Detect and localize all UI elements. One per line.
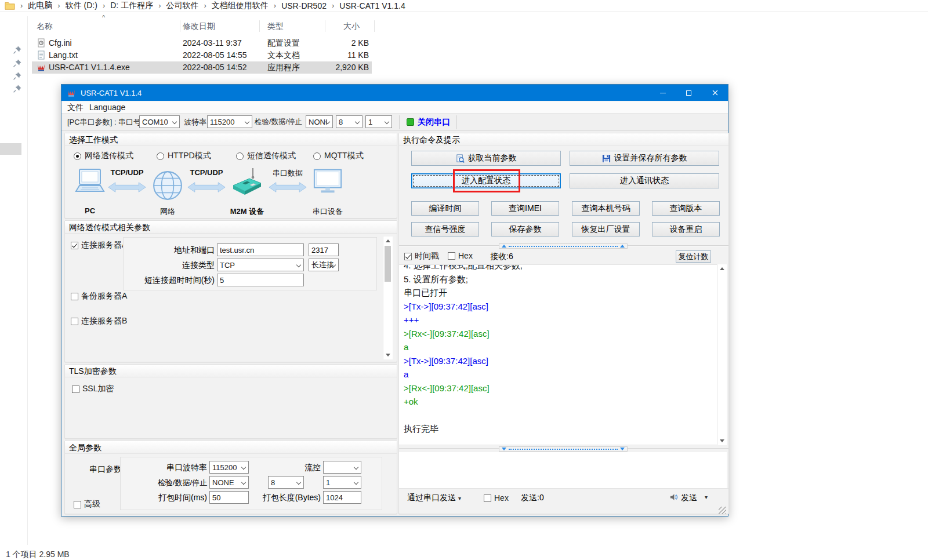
file-type: 文本文档 <box>267 49 300 61</box>
node-label: PC <box>72 206 107 215</box>
flow-control-select[interactable] <box>323 461 361 474</box>
dropdown-arrow-icon <box>172 119 177 124</box>
breadcrumb-chevron-icon: › <box>20 1 23 10</box>
send-dropdown-caret[interactable]: ▾ <box>705 489 708 506</box>
send-input-area[interactable] <box>399 452 727 488</box>
pin-icon <box>13 45 22 54</box>
column-header-name[interactable]: 名称 <box>37 19 53 34</box>
send-hex-checkbox[interactable]: Hex <box>484 493 509 503</box>
file-row[interactable]: Cfg.ini 2024-03-11 9:37 配置设置 2 KB <box>32 37 372 49</box>
enter-comm-button[interactable]: 进入通讯状态 <box>570 173 719 188</box>
command-panel: 执行命令及提示 获取当前参数 设置并保存所有参数 进入配置状态 进入通讯状态 编… <box>398 133 729 514</box>
scroll-down-icon[interactable] <box>386 354 390 357</box>
log-line: a <box>399 340 717 354</box>
minimize-button[interactable] <box>650 85 676 101</box>
serial-pds-label: 检验/数据/停止 <box>120 478 207 488</box>
breadcrumb-item[interactable]: D: 工作程序 <box>110 1 153 11</box>
log-splitter[interactable] <box>399 243 728 249</box>
column-header-type[interactable]: 类型 <box>267 19 284 34</box>
column-divider[interactable] <box>180 20 180 32</box>
serial-baud-select[interactable]: 115200 <box>209 461 249 474</box>
query-imei-button[interactable]: 查询IMEI <box>491 201 559 216</box>
params-scrollbar[interactable] <box>383 237 393 359</box>
compile-time-button[interactable]: 编译时间 <box>411 201 479 216</box>
advanced-checkbox[interactable]: 高级 <box>74 499 100 510</box>
ssl-checkbox[interactable]: SSL加密 <box>72 384 114 394</box>
menu-file[interactable]: 文件 <box>67 101 84 113</box>
log-output[interactable]: 4. 选择工作模式,配置相关参数; 5. 设置所有参数; 串口已打开 >[Tx-… <box>399 264 717 445</box>
close-port-button[interactable]: 关闭串口 <box>418 114 450 130</box>
column-divider[interactable] <box>325 20 325 32</box>
radio-httpd-mode[interactable]: HTTPD模式 <box>157 151 211 161</box>
radio-network-mode[interactable]: 网络透传模式 <box>74 151 133 161</box>
breadcrumb-chevron-icon: › <box>57 1 60 10</box>
timestamp-checkbox[interactable]: 时间戳 <box>404 251 439 261</box>
scrollbar-thumb[interactable] <box>385 246 391 282</box>
radio-sms-mode[interactable]: 短信透传模式 <box>236 151 296 161</box>
save-params-button[interactable]: 保存参数 <box>491 222 559 237</box>
breadcrumb-item[interactable]: USR-DR502 <box>281 1 327 10</box>
query-signal-button[interactable]: 查信号强度 <box>411 222 479 237</box>
log-hex-checkbox[interactable]: Hex <box>448 251 473 260</box>
serial-databits-select[interactable]: 8 <box>268 476 304 489</box>
device-reboot-button[interactable]: 设备重启 <box>652 222 720 237</box>
close-button[interactable] <box>702 85 728 101</box>
send-splitter[interactable] <box>399 446 728 452</box>
checkbox-icon <box>448 252 455 260</box>
column-divider[interactable] <box>374 20 375 32</box>
scroll-up-icon[interactable] <box>720 267 724 270</box>
titlebar[interactable]: USR-CAT1 V1.1.4 <box>61 85 728 101</box>
file-row[interactable]: Lang.txt 2022-08-05 14:55 文本文档 11 KB <box>32 49 372 61</box>
menu-language[interactable]: Language <box>89 101 125 113</box>
dropdown-arrow-icon <box>241 480 246 485</box>
nav-scrollbar-thumb[interactable] <box>0 143 21 155</box>
statusbar-text: 1 个项目 2.95 MB <box>6 550 70 560</box>
breadcrumb-item[interactable]: 公司软件 <box>166 1 198 11</box>
conn-keep-select[interactable]: 长连接 <box>309 259 339 271</box>
port-input[interactable] <box>309 243 339 256</box>
column-header-size[interactable]: 大小 <box>343 19 360 34</box>
file-type: 配置设置 <box>267 37 300 49</box>
get-params-button[interactable]: 获取当前参数 <box>411 151 561 166</box>
reset-count-button[interactable]: 复位计数 <box>676 250 711 263</box>
backup-a-checkbox[interactable]: 备份服务器A <box>71 291 127 301</box>
query-local-number-button[interactable]: 查询本机号码 <box>572 201 640 216</box>
breadcrumb-item[interactable]: 软件 (D:) <box>66 1 97 11</box>
scroll-down-icon[interactable] <box>720 439 724 442</box>
radio-icon <box>313 152 321 160</box>
baud-select[interactable]: 115200 <box>207 115 252 128</box>
set-save-all-button[interactable]: 设置并保存所有参数 <box>570 151 719 166</box>
tls-title: TLS加密参数 <box>65 365 397 377</box>
log-scrollbar[interactable] <box>717 264 727 445</box>
databits-select[interactable]: 8 <box>336 115 362 128</box>
parity-select[interactable]: NONI <box>306 115 333 128</box>
send-button[interactable]: 发送 <box>681 489 697 506</box>
folder-icon <box>5 1 15 10</box>
stopbits-select[interactable]: 1 <box>365 115 392 128</box>
send-via-serial-dropdown[interactable]: 通过串口发送 ▾ <box>407 489 461 507</box>
short-timeout-input[interactable] <box>217 274 304 286</box>
maximize-button[interactable] <box>676 85 702 101</box>
factory-reset-button[interactable]: 恢复出厂设置 <box>572 222 640 237</box>
pack-length-input[interactable] <box>323 491 361 504</box>
serial-parity-select[interactable]: NONE <box>209 476 249 489</box>
column-divider[interactable] <box>259 20 260 32</box>
com-port-select[interactable]: COM10 <box>139 115 180 128</box>
radio-mqtt-mode[interactable]: MQTT模式 <box>313 151 364 161</box>
serial-stopbits-select[interactable]: 1 <box>323 476 361 489</box>
breadcrumb-item[interactable]: USR-CAT1 V1.1.4 <box>339 1 405 10</box>
query-version-button[interactable]: 查询版本 <box>652 201 720 216</box>
breadcrumb-item[interactable]: 文档组使用软件 <box>212 1 269 11</box>
resize-grip[interactable] <box>719 507 726 514</box>
ini-file-icon <box>37 38 46 50</box>
server-b-checkbox[interactable]: 连接服务器B <box>71 316 127 326</box>
file-row-selected[interactable]: USR-CAT1 V1.1.4.exe 2022-08-05 14:52 应用程… <box>32 61 372 74</box>
file-size: 2 KB <box>322 37 369 49</box>
address-input[interactable] <box>217 243 304 256</box>
column-header-date[interactable]: 修改日期 <box>183 19 215 34</box>
search-doc-icon <box>456 154 465 163</box>
breadcrumb-item[interactable]: 此电脑 <box>28 1 52 11</box>
menubar: 文件 Language <box>61 101 728 113</box>
conn-type-select[interactable]: TCP <box>217 259 304 271</box>
scroll-up-icon[interactable] <box>386 239 390 242</box>
